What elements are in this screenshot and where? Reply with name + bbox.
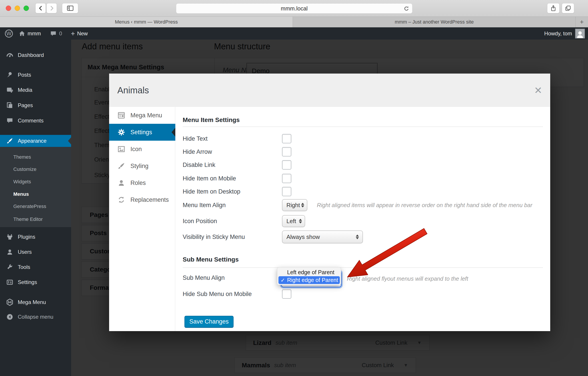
paintbrush-icon <box>117 162 126 170</box>
select-value: Always show <box>286 234 320 240</box>
sidebar-item-customize[interactable]: Customize <box>0 164 71 175</box>
tab-icon[interactable]: Icon <box>109 141 175 157</box>
sidebar-item-media[interactable]: Media <box>0 83 71 98</box>
sidebar-item-posts[interactable]: Posts <box>0 67 71 83</box>
sidebar-item-themes[interactable]: Themes <box>0 152 71 163</box>
tab-settings[interactable]: Settings <box>109 124 175 141</box>
sidebar-item-comments[interactable]: Comments <box>0 113 71 128</box>
close-window-button[interactable] <box>6 6 11 11</box>
user-icon <box>117 179 126 187</box>
paintbrush-icon <box>5 137 14 145</box>
media-icon <box>5 86 14 94</box>
checkbox-hide-arrow[interactable] <box>282 147 291 157</box>
dropdown-option-left-edge[interactable]: Left edge of Parent <box>278 268 340 276</box>
section-heading-sub-menu-settings: Sub Menu Settings <box>183 256 239 263</box>
comments-menu[interactable]: 0 <box>50 30 62 37</box>
sidebar-item-mega-menu[interactable]: Mega Menu <box>0 295 71 310</box>
new-tab-button[interactable]: + <box>576 17 588 27</box>
tab-wordpress-admin[interactable]: Menus ‹ mmm — WordPress <box>0 17 293 27</box>
checkbox-hide-sub-menu-on-mobile[interactable] <box>282 289 291 299</box>
comment-count: 0 <box>59 31 62 37</box>
avatar <box>575 29 585 38</box>
option-label: Right edge of Parent <box>287 277 338 283</box>
close-icon[interactable]: ✕ <box>534 85 542 96</box>
checkbox-hide-item-on-desktop[interactable] <box>282 187 291 196</box>
site-name-menu[interactable]: mmm <box>19 30 41 37</box>
sidebar-item-label: Pages <box>18 102 33 108</box>
select-value: Left <box>286 218 296 225</box>
sidebar-item-collapse-menu[interactable]: Collapse menu <box>0 309 71 324</box>
new-label: New <box>77 31 88 37</box>
refresh-icon <box>117 196 126 204</box>
label-sub-menu-align: Sub Menu Align <box>183 274 225 281</box>
wp-logo-menu[interactable]: W <box>4 29 13 38</box>
zoom-window-button[interactable] <box>23 6 29 11</box>
select-icon-position[interactable]: Left <box>282 215 305 227</box>
howdy-label: Howdy, tom <box>544 31 572 37</box>
label-hide-item-on-mobile: Hide Item on Mobile <box>183 175 236 182</box>
forward-button[interactable] <box>46 3 57 13</box>
sidebar-item-generatepress[interactable]: GeneratePress <box>0 201 71 212</box>
mega-menu-cube-icon <box>5 298 14 306</box>
label-icon-position: Icon Position <box>183 218 217 225</box>
sidebar-item-widgets[interactable]: Widgets <box>0 176 71 187</box>
back-button[interactable] <box>35 3 46 13</box>
browser-titlebar: mmm.local <box>0 0 588 17</box>
tab-replacements[interactable]: Replacements <box>109 191 175 208</box>
sidebar-item-dashboard[interactable]: Dashboard <box>0 48 71 63</box>
tab-label: Settings <box>130 129 152 136</box>
red-annotation-arrow <box>333 222 436 291</box>
sidebar-item-tools[interactable]: Tools <box>0 260 71 275</box>
sidebar-item-label: Dashboard <box>18 52 44 58</box>
tab-overview-button[interactable] <box>562 3 574 13</box>
svg-text:W: W <box>6 31 11 36</box>
tab-styling[interactable]: Styling <box>109 157 175 174</box>
sidebar-item-plugins[interactable]: Plugins <box>0 229 71 244</box>
tab-wordpress-site[interactable]: mmm – Just another WordPress site <box>293 17 576 27</box>
tab-label: Replacements <box>130 197 169 203</box>
sidebar-item-pages[interactable]: Pages <box>0 98 71 113</box>
screen: mmm.local Menus ‹ mmm — WordPress mmm – … <box>0 0 588 376</box>
submenu-label: Widgets <box>13 179 31 185</box>
settings-icon <box>5 279 14 286</box>
tab-mega-menu[interactable]: Mega Menu <box>109 107 175 124</box>
minimize-window-button[interactable] <box>15 6 20 11</box>
account-menu[interactable]: Howdy, tom <box>544 29 585 38</box>
sidebar-item-menus[interactable]: Menus <box>0 189 71 200</box>
dropdown-option-right-edge[interactable]: ✓ Right edge of Parent <box>278 276 340 284</box>
sidebar-item-theme-editor[interactable]: Theme Editor <box>0 214 71 225</box>
plus-icon: + <box>580 18 584 26</box>
image-icon <box>117 145 126 153</box>
save-changes-button[interactable]: Save Changes <box>184 316 233 328</box>
sidebar-item-settings[interactable]: Settings <box>0 275 71 290</box>
pages-icon <box>5 102 14 109</box>
dashboard-icon <box>5 51 14 59</box>
sidebar-item-users[interactable]: Users <box>0 244 71 260</box>
label-menu-item-align: Menu Item Align <box>183 202 226 209</box>
wordpress-logo-icon: W <box>4 29 13 38</box>
submenu-label: Theme Editor <box>13 217 43 222</box>
user-icon <box>5 249 14 256</box>
label-hide-arrow: Hide Arrow <box>183 148 212 155</box>
submenu-label: GeneratePress <box>13 204 46 209</box>
checkbox-hide-item-on-mobile[interactable] <box>282 174 291 183</box>
url-bar[interactable]: mmm.local <box>176 3 412 14</box>
submenu-label: Menus <box>13 191 29 197</box>
sidebar-toggle-button[interactable] <box>62 3 78 13</box>
collapse-arrow-icon <box>5 313 14 320</box>
share-button[interactable] <box>547 3 560 13</box>
reload-icon[interactable] <box>403 6 410 12</box>
checkbox-disable-link[interactable] <box>282 160 291 169</box>
sidebar-item-appearance[interactable]: Appearance <box>0 135 71 147</box>
checkbox-hide-text[interactable] <box>282 134 291 143</box>
tab-roles[interactable]: Roles <box>109 174 175 191</box>
sidebar-item-label: Settings <box>18 279 37 285</box>
sidebar-item-label: Appearance <box>18 138 46 144</box>
tab-label: Styling <box>130 163 148 169</box>
tab-label: Mega Menu <box>130 112 162 119</box>
active-item-arrow <box>68 137 71 145</box>
new-content-menu[interactable]: + New <box>71 30 88 37</box>
tab-title: mmm – Just another WordPress site <box>395 19 473 25</box>
submenu-label: Themes <box>13 154 31 160</box>
select-menu-item-align[interactable]: Right <box>282 199 307 211</box>
